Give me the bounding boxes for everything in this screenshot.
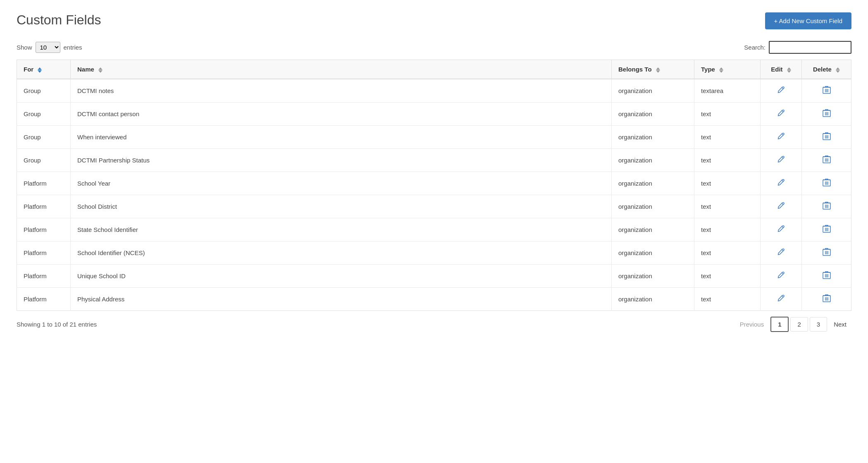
cell-for: Platform <box>17 241 71 265</box>
cell-edit <box>761 79 802 103</box>
cell-for: Group <box>17 126 71 149</box>
cell-delete <box>802 265 851 288</box>
cell-for: Platform <box>17 172 71 195</box>
sort-icon-delete <box>836 67 840 73</box>
cell-type: text <box>694 195 761 218</box>
pagination-page-1-button[interactable]: 1 <box>770 317 789 332</box>
cell-delete <box>802 288 851 311</box>
pagination-page-3-button[interactable]: 3 <box>810 317 827 332</box>
table-summary: Showing 1 to 10 of 21 entries <box>17 321 97 328</box>
cell-type: text <box>694 103 761 126</box>
table-header-row: For Name Belongs To <box>17 60 851 79</box>
cell-belongs-to: organization <box>612 265 694 288</box>
cell-name: State School Identifier <box>71 218 612 241</box>
cell-delete <box>802 103 851 126</box>
custom-fields-table: For Name Belongs To <box>17 60 851 311</box>
cell-name: School Year <box>71 172 612 195</box>
cell-delete <box>802 195 851 218</box>
pagination-previous-button[interactable]: Previous <box>735 317 769 331</box>
cell-for: Platform <box>17 288 71 311</box>
cell-for: Group <box>17 103 71 126</box>
delete-icon[interactable] <box>823 227 831 235</box>
cell-belongs-to: organization <box>612 79 694 103</box>
cell-name: DCTMI Partnership Status <box>71 149 612 172</box>
edit-icon[interactable] <box>777 296 785 304</box>
pagination-next-button[interactable]: Next <box>829 317 851 331</box>
entries-label: entries <box>64 44 82 51</box>
column-header-delete[interactable]: Delete <box>802 60 851 79</box>
column-header-edit[interactable]: Edit <box>761 60 802 79</box>
column-header-type[interactable]: Type <box>694 60 761 79</box>
edit-icon[interactable] <box>777 110 785 119</box>
delete-icon[interactable] <box>823 250 831 258</box>
table-row: Platform School Identifier (NCES) organi… <box>17 241 851 265</box>
edit-icon[interactable] <box>777 272 785 281</box>
cell-name: Physical Address <box>71 288 612 311</box>
column-header-for[interactable]: For <box>17 60 71 79</box>
cell-type: text <box>694 172 761 195</box>
cell-for: Group <box>17 79 71 103</box>
sort-icon-type <box>719 67 723 73</box>
cell-belongs-to: organization <box>612 172 694 195</box>
cell-edit <box>761 195 802 218</box>
edit-icon[interactable] <box>777 157 785 165</box>
sort-icon-belongs-to <box>656 67 660 73</box>
delete-icon[interactable] <box>823 88 831 96</box>
cell-delete <box>802 172 851 195</box>
cell-name: School District <box>71 195 612 218</box>
edit-icon[interactable] <box>777 134 785 142</box>
cell-type: text <box>694 149 761 172</box>
pagination-page-2-button[interactable]: 2 <box>790 317 808 332</box>
table-row: Group DCTMI notes organization textarea <box>17 79 851 103</box>
cell-belongs-to: organization <box>612 103 694 126</box>
cell-type: text <box>694 126 761 149</box>
edit-icon[interactable] <box>777 249 785 258</box>
delete-icon[interactable] <box>823 157 831 165</box>
sort-icon-edit <box>787 67 791 73</box>
edit-icon[interactable] <box>777 87 785 95</box>
delete-icon[interactable] <box>823 296 831 304</box>
delete-icon[interactable] <box>823 203 831 212</box>
show-label: Show <box>17 44 32 51</box>
cell-belongs-to: organization <box>612 288 694 311</box>
cell-belongs-to: organization <box>612 149 694 172</box>
cell-edit <box>761 241 802 265</box>
cell-edit <box>761 126 802 149</box>
cell-type: text <box>694 218 761 241</box>
delete-icon[interactable] <box>823 134 831 142</box>
cell-for: Group <box>17 149 71 172</box>
table-row: Platform School Year organization text <box>17 172 851 195</box>
cell-type: text <box>694 241 761 265</box>
edit-icon[interactable] <box>777 226 785 234</box>
show-entries-select[interactable]: 10 25 50 100 <box>36 42 60 53</box>
cell-edit <box>761 149 802 172</box>
search-input[interactable] <box>769 41 851 54</box>
cell-edit <box>761 265 802 288</box>
cell-delete <box>802 126 851 149</box>
table-row: Group DCTMI Partnership Status organizat… <box>17 149 851 172</box>
cell-type: text <box>694 265 761 288</box>
sort-icon-name <box>98 67 103 73</box>
cell-edit <box>761 218 802 241</box>
delete-icon[interactable] <box>823 273 831 281</box>
column-header-belongs-to[interactable]: Belongs To <box>612 60 694 79</box>
delete-icon[interactable] <box>823 111 831 119</box>
column-header-name[interactable]: Name <box>71 60 612 79</box>
edit-icon[interactable] <box>777 203 785 211</box>
cell-belongs-to: organization <box>612 241 694 265</box>
page-title: Custom Fields <box>17 12 101 28</box>
cell-name: Unique School ID <box>71 265 612 288</box>
cell-name: School Identifier (NCES) <box>71 241 612 265</box>
add-custom-field-button[interactable]: + Add New Custom Field <box>765 12 852 29</box>
cell-for: Platform <box>17 218 71 241</box>
edit-icon[interactable] <box>777 180 785 188</box>
search-label: Search: <box>744 44 765 51</box>
sort-icon-for <box>38 67 42 73</box>
cell-for: Platform <box>17 265 71 288</box>
cell-delete <box>802 149 851 172</box>
cell-delete <box>802 79 851 103</box>
cell-edit <box>761 288 802 311</box>
pagination: Previous 1 2 3 Next <box>735 317 851 332</box>
delete-icon[interactable] <box>823 180 831 189</box>
table-row: Platform Physical Address organization t… <box>17 288 851 311</box>
